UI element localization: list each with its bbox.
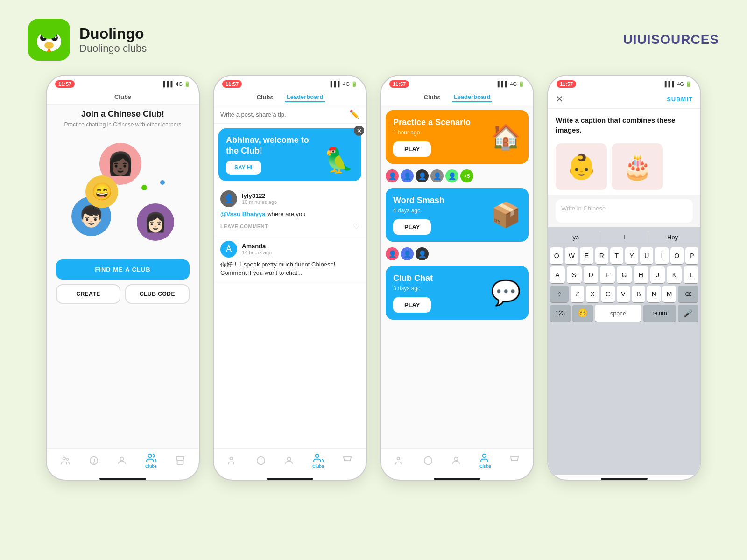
- svg-point-14: [67, 458, 69, 460]
- caption-instruction: Write a caption that combines these imag…: [548, 109, 700, 139]
- phone-4: 11:57 ▌▌▌ 4G 🔋 ✕ SUBMIT Write a caption …: [547, 75, 701, 481]
- suggestion-hey[interactable]: Hey: [648, 232, 697, 243]
- key-c[interactable]: C: [601, 286, 615, 302]
- key-i[interactable]: I: [655, 247, 668, 264]
- create-button[interactable]: CREATE: [56, 284, 120, 304]
- key-s[interactable]: S: [567, 266, 582, 283]
- post-2-username: Amanda: [242, 243, 272, 250]
- key-f[interactable]: F: [600, 266, 615, 283]
- find-club-button[interactable]: FIND ME A CLUB: [56, 259, 190, 280]
- nav-profile-2[interactable]: [284, 455, 294, 466]
- play-button-scenario[interactable]: PLAY: [393, 141, 431, 157]
- delete-key[interactable]: ⌫: [678, 286, 698, 302]
- submit-button[interactable]: SUBMIT: [667, 96, 693, 103]
- emoji-key[interactable]: 😊: [572, 305, 593, 322]
- return-key[interactable]: return: [643, 305, 676, 322]
- club-code-button[interactable]: CLUB CODE: [125, 284, 190, 304]
- tab-clubs-2[interactable]: Clubs: [255, 93, 275, 102]
- key-h[interactable]: H: [634, 266, 648, 283]
- svg-point-20: [257, 457, 265, 465]
- key-d[interactable]: D: [584, 266, 599, 283]
- shift-key[interactable]: ⇧: [550, 286, 569, 302]
- key-a[interactable]: A: [550, 266, 565, 283]
- game-title-scenario: Practice a Scenario: [393, 118, 491, 127]
- key-k[interactable]: K: [667, 266, 682, 283]
- key-l[interactable]: L: [684, 266, 698, 283]
- nav-bar-2: Clubs Leaderboard: [214, 90, 366, 105]
- edit-icon[interactable]: ✏️: [349, 109, 359, 119]
- nav-learn-2[interactable]: [256, 455, 266, 466]
- caption-input[interactable]: Write in Chinese: [556, 199, 693, 223]
- caption-header: ✕ SUBMIT: [548, 90, 700, 109]
- play-button-clubchat[interactable]: PLAY: [393, 297, 431, 313]
- post-input[interactable]: [220, 111, 345, 118]
- key-v[interactable]: V: [617, 286, 630, 302]
- key-n[interactable]: N: [647, 286, 661, 302]
- key-r[interactable]: R: [595, 247, 608, 264]
- keyboard-row-4: 123 😊 space return 🎤: [550, 305, 698, 322]
- caption-image-2: 🎂: [612, 143, 663, 190]
- numbers-key[interactable]: 123: [550, 305, 571, 322]
- caption-images: 👶 🎂: [548, 139, 700, 195]
- suggestion-ya[interactable]: ya: [552, 232, 600, 243]
- leave-comment-button[interactable]: LEAVE COMMENT: [220, 224, 268, 229]
- nav-profile[interactable]: [117, 455, 127, 466]
- phone-3: 11:57 ▌▌▌ 4G 🔋 Clubs Leaderboard Practic…: [380, 75, 534, 481]
- nav-clubs-2[interactable]: Clubs: [312, 453, 324, 469]
- key-u[interactable]: U: [640, 247, 653, 264]
- svg-point-24: [424, 457, 432, 465]
- nav-clubs[interactable]: Clubs: [145, 453, 157, 469]
- keyboard-row-3: ⇧ Z X C V B N M ⌫: [550, 286, 698, 302]
- nav-people[interactable]: [60, 455, 70, 466]
- welcome-banner: Abhinav, welcome to the Club! SAY HI 🦜 ✕: [218, 128, 361, 181]
- nav-shop-3[interactable]: [509, 455, 520, 466]
- key-t[interactable]: T: [610, 247, 623, 264]
- keyboard-row-2: A S D F G H J K L: [550, 266, 698, 283]
- key-y[interactable]: Y: [625, 247, 638, 264]
- keyboard: ya l Hey Q W E R T Y U I O P A: [548, 227, 700, 475]
- close-banner-button[interactable]: ✕: [354, 126, 364, 136]
- nav-clubs-3[interactable]: Clubs: [479, 453, 491, 469]
- tab-clubs-1[interactable]: Clubs: [113, 92, 133, 101]
- game-title-wordsmash: Word Smash: [393, 196, 491, 205]
- owl-icon: 🦜: [324, 146, 354, 175]
- tab-leaderboard-3[interactable]: Leaderboard: [452, 92, 493, 102]
- suggestion-l[interactable]: l: [600, 232, 649, 243]
- key-m[interactable]: M: [662, 286, 676, 302]
- tab-leaderboard-2[interactable]: Leaderboard: [285, 92, 325, 102]
- key-q[interactable]: Q: [550, 247, 563, 264]
- bottom-nav-2: Clubs: [214, 448, 366, 475]
- nav-shop-2[interactable]: [342, 455, 352, 466]
- key-z[interactable]: Z: [571, 286, 584, 302]
- key-b[interactable]: B: [632, 286, 645, 302]
- nav-learn[interactable]: [89, 455, 99, 466]
- key-g[interactable]: G: [617, 266, 632, 283]
- key-p[interactable]: P: [685, 247, 698, 264]
- key-e[interactable]: E: [580, 247, 593, 264]
- status-bar-2: 11:57 ▌▌▌ 4G 🔋: [214, 76, 366, 90]
- mic-key[interactable]: 🎤: [678, 305, 698, 322]
- nav-learn-3[interactable]: [423, 455, 433, 466]
- nav-people-3[interactable]: [395, 455, 405, 466]
- tab-clubs-3[interactable]: Clubs: [422, 93, 443, 102]
- status-icons-1: ▌▌▌ 4G 🔋: [163, 81, 190, 87]
- members-row-2: 👤 👤 👤: [386, 246, 529, 261]
- like-icon[interactable]: ♡: [353, 222, 359, 231]
- say-hi-button[interactable]: SAY HI: [226, 161, 261, 175]
- status-bar-4: 11:57 ▌▌▌ 4G 🔋: [548, 76, 700, 90]
- key-w[interactable]: W: [565, 247, 578, 264]
- key-j[interactable]: J: [650, 266, 665, 283]
- svg-point-8: [44, 42, 54, 49]
- nav-people-2[interactable]: [227, 455, 238, 466]
- bottom-nav-3: Clubs: [381, 448, 533, 475]
- post-1-time: 10 minutes ago: [242, 199, 277, 205]
- svg-point-22: [315, 454, 318, 457]
- nav-profile-3[interactable]: [451, 455, 461, 466]
- nav-shop[interactable]: [175, 455, 185, 466]
- play-button-wordsmash[interactable]: PLAY: [393, 219, 431, 235]
- close-caption-button[interactable]: ✕: [556, 93, 564, 105]
- key-o[interactable]: O: [670, 247, 684, 264]
- space-key[interactable]: space: [595, 305, 641, 322]
- status-bar-3: 11:57 ▌▌▌ 4G 🔋: [381, 76, 533, 90]
- key-x[interactable]: X: [586, 286, 599, 302]
